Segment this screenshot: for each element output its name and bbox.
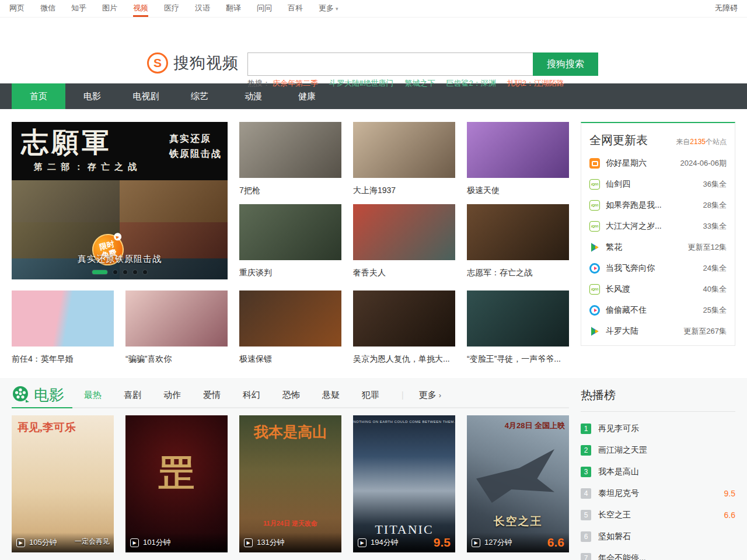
top-nav-translate[interactable]: 翻译 [226,0,241,17]
hot-rank-panel: 热播榜 1再见李可乐2画江湖之天罡3我本是高山4泰坦尼克号9.55长空之王6.6… [581,383,735,560]
top-nav-weixin[interactable]: 微信 [40,0,55,17]
accessibility-link[interactable]: 无障碍 [715,0,738,17]
rank-badge: 3 [581,467,591,477]
carousel-dot-1[interactable] [113,270,117,274]
update-item[interactable]: iQIYI仙剑四36集全 [589,174,727,195]
update-item[interactable]: iQIYI长风渡40集全 [589,279,727,300]
search-button[interactable]: 搜狗搜索 [533,52,598,76]
update-item[interactable]: 斗罗大陆更新至267集 [589,321,727,342]
poster-art-title: 长空之王 [494,514,543,529]
hot-search-item-0[interactable]: 庆余年第二季 [273,78,318,89]
video-thumb[interactable]: 7把枪 [239,122,341,204]
tab-divider: | [402,390,404,400]
update-panel-list: 你好星期六2024-06-06期iQIYI仙剑四36集全iQIYI如果奔跑是我.… [589,153,727,342]
movie-tab-喜剧[interactable]: 喜剧 [124,390,141,401]
movie-tab-恐怖[interactable]: 恐怖 [282,390,300,401]
nav-item-tv[interactable]: 电视剧 [119,83,173,109]
update-item-info: 2024-06-06期 [680,158,727,169]
video-thumb-image [353,122,455,178]
top-nav-wenwen[interactable]: 问问 [257,0,272,17]
update-item[interactable]: 偷偷藏不住25集全 [589,300,727,321]
update-item[interactable]: 你好星期六2024-06-06期 [589,153,727,174]
update-item-title: 长风渡 [606,284,699,295]
update-panel: 全网更新表 来自2135个站点 你好星期六2024-06-06期iQIYI仙剑四… [581,122,735,346]
nav-item-home[interactable]: 首页 [12,83,65,109]
tencent-video-icon [589,242,600,253]
update-item-title: 你好星期六 [606,158,676,169]
hot-search-item-1[interactable]: 斗罗大陆Ⅱ绝世唐门 [329,78,393,89]
video-thumb[interactable]: 前任4：英年早婚 [12,290,114,373]
update-item[interactable]: 繁花更新至12集 [589,237,727,258]
movie-poster[interactable]: TITANICNOTHING ON EARTH COULD COME BETWE… [353,415,455,552]
carousel-dot-3[interactable] [133,270,137,274]
rank-item[interactable]: 4泰坦尼克号9.5 [581,482,735,504]
video-thumb[interactable]: 吴京为恩人复仇，单挑大... [353,290,455,373]
video-thumb[interactable]: 志愿军：存亡之战 [467,204,569,286]
top-nav-chinese[interactable]: 汉语 [195,0,210,17]
video-thumb[interactable]: 极速天使 [467,122,569,204]
sogou-video-logo[interactable]: S 搜狗视频 [147,52,239,74]
rank-badge: 7 [581,553,591,560]
top-nav-items: 网页微信知乎图片视频医疗汉语翻译问问百科更多▾ [9,0,354,17]
play-icon: ▶ [130,538,139,547]
top-nav-pictures[interactable]: 图片 [102,0,117,17]
movie-tab-动作[interactable]: 动作 [163,390,181,401]
rank-item[interactable]: 7年会不能停... [581,547,735,560]
video-thumb[interactable]: 重庆谈判 [239,204,341,286]
more-link[interactable]: 更多› [419,390,441,401]
hero-carousel[interactable]: 志願軍 第二部：存亡之战 真实还原 铁原阻击战 [12,122,228,279]
nav-item-variety[interactable]: 综艺 [173,83,226,109]
play-icon: ▶ [16,538,25,547]
search-input[interactable] [247,52,533,76]
video-thumb[interactable]: 奢香夫人 [353,204,455,286]
carousel-dot-0[interactable] [92,270,107,274]
video-thumb[interactable]: 极速保镖 [239,290,341,373]
rank-item[interactable]: 1再见李可乐 [581,418,735,439]
hot-search-items: 庆余年第二季斗罗大陆Ⅱ绝世唐门繁城之下巨齿鲨2：深渊扎职2：江湖陌路 [273,78,575,89]
hot-rank-list: 1再见李可乐2画江湖之天罡3我本是高山4泰坦尼克号9.55长空之王6.66坚如磐… [581,418,735,560]
play-icon: ▶ [358,538,366,547]
movie-tab-科幻[interactable]: 科幻 [243,390,260,401]
top-nav-medical[interactable]: 医疗 [164,0,179,17]
poster-info-bar: ▶127分钟6.6 [467,533,569,552]
movie-tab-悬疑[interactable]: 悬疑 [322,390,340,401]
movie-poster[interactable]: 长空之王4月28日 全国上映▶127分钟6.6 [467,415,569,552]
movie-tab-最热[interactable]: 最热 [84,390,102,401]
video-thumb[interactable]: “骗骗”喜欢你 [125,290,228,373]
top-nav-video[interactable]: 视频 [133,0,148,17]
poster-art-subtitle: 11月24日 逆天改命 [263,519,317,528]
movie-tab-爱情[interactable]: 爱情 [203,390,221,401]
hot-search-item-3[interactable]: 巨齿鲨2：深渊 [446,78,495,89]
youku-icon [589,305,600,316]
sogou-s-icon: S [147,52,168,74]
rank-item[interactable]: 2画江湖之天罡 [581,439,735,461]
rank-item[interactable]: 5长空之王6.6 [581,504,735,526]
update-item[interactable]: iQIYI大江大河之岁...33集全 [589,216,727,237]
update-item[interactable]: iQIYI如果奔跑是我...28集全 [589,195,727,216]
top-nav-webpage[interactable]: 网页 [9,0,25,17]
video-thumb[interactable]: “变脸王”寻徒，一声爷爷... [467,290,569,373]
carousel-dot-4[interactable] [143,270,147,274]
update-item[interactable]: 当我飞奔向你24集全 [589,258,727,279]
nav-item-movie[interactable]: 电影 [65,83,119,109]
video-thumb[interactable]: 大上海1937 [353,122,455,204]
hot-search-item-2[interactable]: 繁城之下 [404,78,435,89]
poster-duration: 131分钟 [257,537,285,548]
rank-item[interactable]: 3我本是高山 [581,461,735,482]
rank-item[interactable]: 6坚如磐石 [581,526,735,547]
rank-title: 我本是高山 [598,467,735,477]
top-nav-zhihu[interactable]: 知乎 [71,0,86,17]
movie-tab-犯罪[interactable]: 犯罪 [362,390,379,401]
hot-rank-title: 热播榜 [581,383,735,412]
carousel-dot-2[interactable] [123,270,127,274]
movie-poster[interactable]: 我本是高山11月24日 逆天改命▶131分钟 [239,415,341,552]
chevron-down-icon: ▾ [336,6,338,12]
movie-poster[interactable]: 罡▶101分钟 [125,415,228,552]
hot-search-item-4[interactable]: 扎职2：江湖陌路 [507,78,564,89]
update-item-info: 33集全 [703,221,727,232]
movie-poster[interactable]: 再见,李可乐一定会再见▶105分钟 [12,415,114,552]
search-bar: 搜狗搜索 [247,52,598,76]
top-nav-more[interactable]: 更多▾ [319,0,338,17]
update-item-title: 仙剑四 [606,179,699,190]
top-nav-baike[interactable]: 百科 [288,0,303,17]
